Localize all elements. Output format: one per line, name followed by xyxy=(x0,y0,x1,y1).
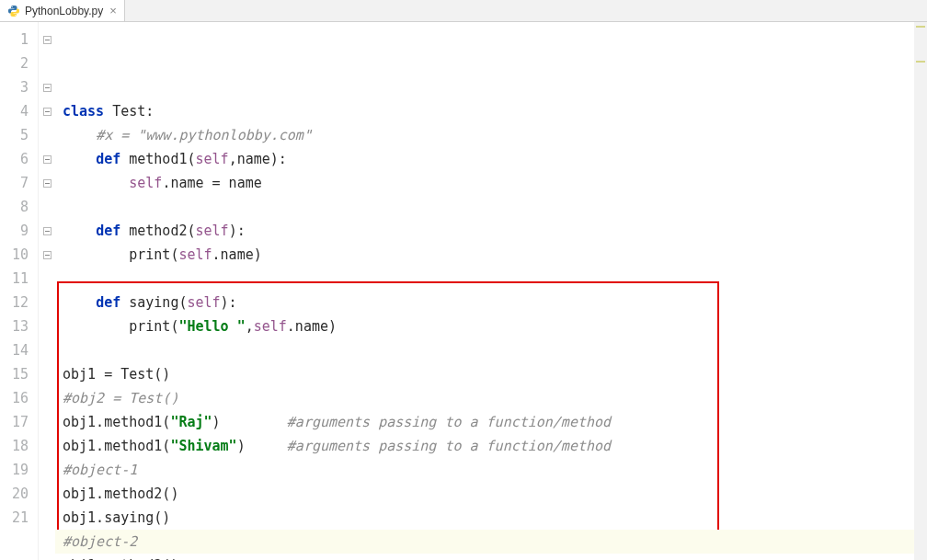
line-number: 7 xyxy=(0,171,38,195)
fold-toggle-icon[interactable] xyxy=(43,179,52,188)
line-number: 8 xyxy=(0,195,38,219)
line-number: 12 xyxy=(0,291,38,314)
fold-gutter xyxy=(39,22,55,560)
line-number: 20 xyxy=(0,482,38,506)
fold-gutter-cell xyxy=(39,28,55,51)
fold-toggle-icon[interactable] xyxy=(43,227,52,235)
file-tab[interactable]: PythonLobby.py × xyxy=(0,0,125,21)
line-number: 18 xyxy=(0,434,38,458)
fold-toggle-icon[interactable] xyxy=(43,108,52,116)
fold-toggle-icon[interactable] xyxy=(43,251,52,259)
fold-gutter-cell xyxy=(39,123,55,147)
code-line[interactable]: obj1.method2() xyxy=(55,554,927,560)
fold-gutter-cell xyxy=(39,147,55,171)
fold-gutter-cell xyxy=(39,75,55,99)
code-line[interactable]: class Test: xyxy=(55,99,927,123)
code-line[interactable] xyxy=(55,267,927,291)
svg-point-0 xyxy=(12,6,13,6)
line-number: 16 xyxy=(0,386,38,410)
code-line[interactable]: obj1.saying() xyxy=(55,506,927,530)
fold-gutter-cell xyxy=(39,314,55,338)
fold-gutter-cell xyxy=(39,195,55,219)
line-number: 9 xyxy=(0,219,38,243)
scrollbar-mark xyxy=(916,61,925,63)
fold-gutter-cell xyxy=(39,386,55,410)
line-number: 21 xyxy=(0,506,38,530)
line-number: 19 xyxy=(0,458,38,482)
fold-toggle-icon[interactable] xyxy=(43,155,52,164)
line-number: 11 xyxy=(0,267,38,291)
fold-gutter-cell xyxy=(39,51,55,75)
close-tab-icon[interactable]: × xyxy=(108,5,119,17)
line-number: 10 xyxy=(0,243,38,267)
line-number: 2 xyxy=(0,51,38,75)
line-number: 6 xyxy=(0,147,38,171)
fold-gutter-cell xyxy=(39,482,55,506)
fold-gutter-cell xyxy=(39,99,55,123)
code-line[interactable]: obj1.method2() xyxy=(55,482,927,506)
fold-gutter-cell xyxy=(39,458,55,482)
code-line[interactable]: #obj2 = Test() xyxy=(55,386,927,410)
code-line[interactable] xyxy=(55,195,927,219)
scrollbar-mark xyxy=(916,26,925,28)
code-line[interactable]: #object-1 xyxy=(55,458,927,482)
code-editor[interactable]: 123456789101112131415161718192021 class … xyxy=(0,22,927,560)
line-number: 15 xyxy=(0,362,38,386)
line-number: 5 xyxy=(0,123,38,147)
code-line[interactable]: def method2(self): xyxy=(55,219,927,243)
fold-gutter-cell xyxy=(39,506,55,530)
code-line[interactable]: def method1(self,name): xyxy=(55,147,927,171)
line-number: 14 xyxy=(0,338,38,362)
line-number: 13 xyxy=(0,314,38,338)
code-line[interactable]: def saying(self): xyxy=(55,291,927,314)
svg-point-1 xyxy=(15,15,16,16)
fold-gutter-cell xyxy=(39,434,55,458)
fold-gutter-cell xyxy=(39,219,55,243)
line-number-gutter: 123456789101112131415161718192021 xyxy=(0,22,39,560)
fold-gutter-cell xyxy=(39,243,55,267)
fold-gutter-cell xyxy=(39,362,55,386)
code-line[interactable] xyxy=(55,338,927,362)
line-number: 17 xyxy=(0,410,38,434)
code-line[interactable]: #object-2 xyxy=(55,530,927,554)
python-file-icon xyxy=(7,5,20,17)
code-area[interactable]: class Test: #x = "www.pythonlobby.com" d… xyxy=(55,22,927,560)
line-number: 4 xyxy=(0,99,38,123)
fold-toggle-icon[interactable] xyxy=(43,36,52,44)
code-line[interactable]: obj1 = Test() xyxy=(55,362,927,386)
fold-gutter-cell xyxy=(39,291,55,314)
fold-gutter-cell xyxy=(39,338,55,362)
editor-scrollbar[interactable] xyxy=(914,22,927,560)
code-line[interactable]: #x = "www.pythonlobby.com" xyxy=(55,123,927,147)
fold-toggle-icon[interactable] xyxy=(43,84,52,92)
code-line[interactable]: obj1.method1("Raj") #arguments passing t… xyxy=(55,410,927,434)
code-line[interactable]: obj1.method1("Shivam") #arguments passin… xyxy=(55,434,927,458)
line-number: 3 xyxy=(0,75,38,99)
line-number: 1 xyxy=(0,28,38,51)
code-line[interactable]: print(self.name) xyxy=(55,243,927,267)
file-tab-label: PythonLobby.py xyxy=(25,5,103,17)
fold-gutter-cell xyxy=(39,171,55,195)
code-line[interactable]: self.name = name xyxy=(55,171,927,195)
fold-gutter-cell xyxy=(39,410,55,434)
tab-bar: PythonLobby.py × xyxy=(0,0,927,22)
fold-gutter-cell xyxy=(39,267,55,291)
code-line[interactable]: print("Hello ",self.name) xyxy=(55,314,927,338)
